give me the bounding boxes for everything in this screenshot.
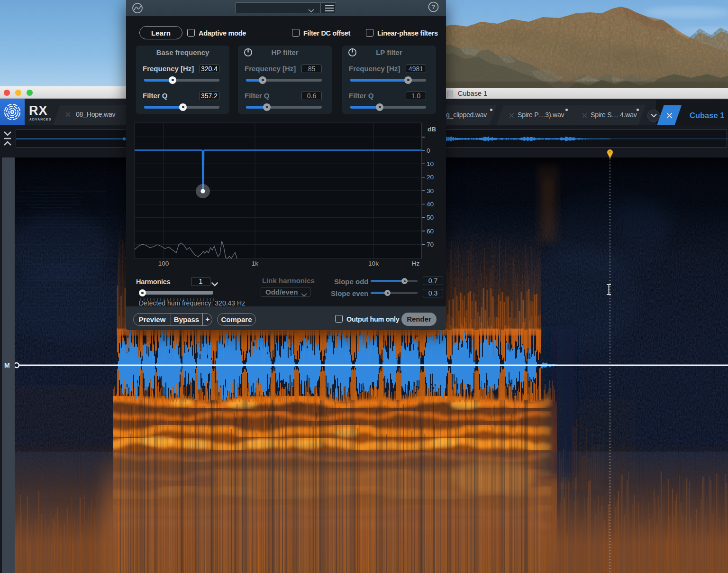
svg-text:dB: dB [428,126,436,133]
svg-text:60: 60 [427,228,434,235]
svg-text:20: 20 [427,174,434,181]
svg-text:40: 40 [427,201,434,208]
svg-text:Hz: Hz [412,260,420,267]
svg-text:30: 30 [427,187,434,194]
svg-text:100: 100 [158,260,169,267]
svg-text:10: 10 [427,160,434,167]
svg-text:50: 50 [427,214,434,221]
svg-text:70: 70 [427,241,434,248]
svg-text:1k: 1k [252,260,259,267]
svg-text:0: 0 [427,147,430,154]
svg-text:10k: 10k [368,260,379,267]
